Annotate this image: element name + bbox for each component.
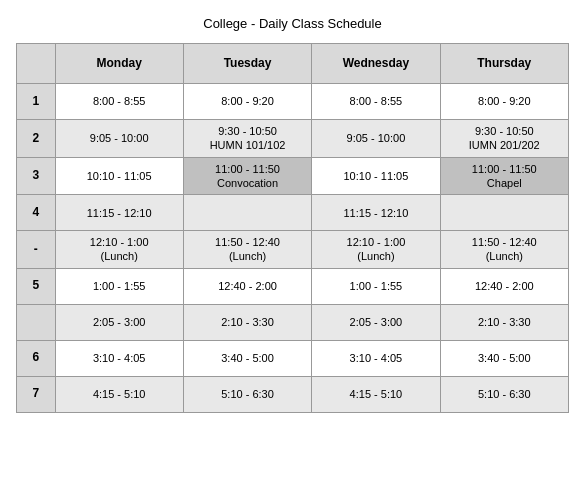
row-number: 1 <box>17 84 56 120</box>
cell-monday: 4:15 - 5:10 <box>55 376 183 412</box>
cell-monday: 9:05 - 10:00 <box>55 120 183 158</box>
cell-wednesday: 9:05 - 10:00 <box>312 120 440 158</box>
header-blank <box>17 44 56 84</box>
table-row: 51:00 - 1:5512:40 - 2:001:00 - 1:5512:40… <box>17 268 569 304</box>
cell-wednesday: 2:05 - 3:00 <box>312 304 440 340</box>
table-row: -12:10 - 1:00(Lunch)11:50 - 12:40(Lunch)… <box>17 231 569 269</box>
cell-tuesday: 8:00 - 9:20 <box>183 84 311 120</box>
cell-thursday: 8:00 - 9:20 <box>440 84 568 120</box>
table-row: 74:15 - 5:105:10 - 6:304:15 - 5:105:10 -… <box>17 376 569 412</box>
cell-thursday: 12:40 - 2:00 <box>440 268 568 304</box>
schedule-table: Monday Tuesday Wednesday Thursday 18:00 … <box>16 43 569 413</box>
header-monday: Monday <box>55 44 183 84</box>
row-number <box>17 304 56 340</box>
table-row: 29:05 - 10:009:30 - 10:50HUMN 101/1029:0… <box>17 120 569 158</box>
cell-thursday: 11:50 - 12:40(Lunch) <box>440 231 568 269</box>
cell-tuesday: 9:30 - 10:50HUMN 101/102 <box>183 120 311 158</box>
cell-tuesday: 12:40 - 2:00 <box>183 268 311 304</box>
row-number: 5 <box>17 268 56 304</box>
cell-wednesday: 3:10 - 4:05 <box>312 340 440 376</box>
cell-thursday: 11:00 - 11:50Chapel <box>440 157 568 195</box>
row-number: 3 <box>17 157 56 195</box>
cell-thursday: 9:30 - 10:50IUMN 201/202 <box>440 120 568 158</box>
cell-thursday <box>440 195 568 231</box>
row-number: 7 <box>17 376 56 412</box>
cell-wednesday: 10:10 - 11:05 <box>312 157 440 195</box>
cell-monday: 12:10 - 1:00(Lunch) <box>55 231 183 269</box>
cell-monday: 11:15 - 12:10 <box>55 195 183 231</box>
page-title: College - Daily Class Schedule <box>16 16 569 31</box>
cell-tuesday <box>183 195 311 231</box>
cell-monday: 2:05 - 3:00 <box>55 304 183 340</box>
table-row: 2:05 - 3:002:10 - 3:302:05 - 3:002:10 - … <box>17 304 569 340</box>
table-row: 63:10 - 4:053:40 - 5:003:10 - 4:053:40 -… <box>17 340 569 376</box>
cell-tuesday: 11:50 - 12:40(Lunch) <box>183 231 311 269</box>
cell-tuesday: 3:40 - 5:00 <box>183 340 311 376</box>
row-number: - <box>17 231 56 269</box>
cell-tuesday: 11:00 - 11:50Convocation <box>183 157 311 195</box>
header-wednesday: Wednesday <box>312 44 440 84</box>
cell-thursday: 2:10 - 3:30 <box>440 304 568 340</box>
table-row: 310:10 - 11:0511:00 - 11:50Convocation10… <box>17 157 569 195</box>
cell-monday: 8:00 - 8:55 <box>55 84 183 120</box>
cell-tuesday: 2:10 - 3:30 <box>183 304 311 340</box>
row-number: 2 <box>17 120 56 158</box>
cell-monday: 10:10 - 11:05 <box>55 157 183 195</box>
table-row: 18:00 - 8:558:00 - 9:208:00 - 8:558:00 -… <box>17 84 569 120</box>
cell-wednesday: 8:00 - 8:55 <box>312 84 440 120</box>
header-thursday: Thursday <box>440 44 568 84</box>
cell-wednesday: 4:15 - 5:10 <box>312 376 440 412</box>
header-row: Monday Tuesday Wednesday Thursday <box>17 44 569 84</box>
cell-monday: 3:10 - 4:05 <box>55 340 183 376</box>
cell-wednesday: 1:00 - 1:55 <box>312 268 440 304</box>
header-tuesday: Tuesday <box>183 44 311 84</box>
cell-thursday: 5:10 - 6:30 <box>440 376 568 412</box>
cell-tuesday: 5:10 - 6:30 <box>183 376 311 412</box>
cell-monday: 1:00 - 1:55 <box>55 268 183 304</box>
cell-wednesday: 11:15 - 12:10 <box>312 195 440 231</box>
row-number: 6 <box>17 340 56 376</box>
row-number: 4 <box>17 195 56 231</box>
cell-thursday: 3:40 - 5:00 <box>440 340 568 376</box>
table-row: 411:15 - 12:1011:15 - 12:10 <box>17 195 569 231</box>
cell-wednesday: 12:10 - 1:00(Lunch) <box>312 231 440 269</box>
